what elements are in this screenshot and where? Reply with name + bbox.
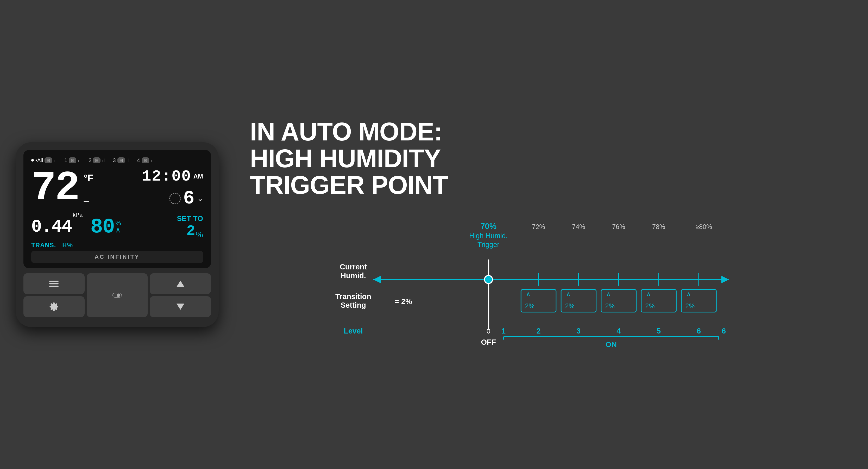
settings-button[interactable] [24, 296, 85, 317]
svg-text:76%: 76% [612, 223, 625, 230]
svg-text:2%: 2% [565, 302, 575, 310]
svg-point-4 [117, 293, 120, 297]
set-to-section: SET TO 2 % [177, 214, 203, 239]
target-circle [169, 193, 181, 204]
pressure-value: 0.44 [31, 217, 71, 237]
controller-device: •All ⑁ 1 ⑁ 2 ⑁ 3 ⑁ [16, 142, 219, 327]
pct-symbol: % [115, 220, 121, 227]
chevron-down-icon: ⌄ [197, 194, 203, 203]
trigger-label1: High Humid. [469, 232, 508, 240]
labels-row: TRANS. H% [31, 241, 203, 249]
svg-text:74%: 74% [572, 223, 585, 230]
svg-text:Transition: Transition [335, 292, 371, 301]
set-to-pct: % [196, 230, 203, 239]
zone-1[interactable]: 1 ⑁ [64, 157, 81, 164]
svg-text:2%: 2% [645, 302, 654, 310]
svg-text:3: 3 [577, 327, 581, 335]
trigger-pct-label: 70% [480, 222, 496, 231]
brand-name: AC INFINITY [94, 254, 140, 260]
svg-text:78%: 78% [652, 223, 665, 230]
zone-3-fan-icon: ⑁ [127, 158, 129, 163]
svg-point-22 [485, 276, 493, 284]
level-section: 6 ⌄ [169, 188, 203, 209]
brand-bar: AC INFINITY [31, 251, 203, 263]
title-line2: HIGH HUMIDITY [250, 145, 847, 172]
zone-all-fan-icon: ⑁ [54, 158, 57, 163]
humidity-row: 0.44 kPa 80 % ∧ SET TO 2 % [31, 214, 203, 239]
info-title: IN AUTO MODE: HIGH HUMIDITY TRIGGER POIN… [250, 118, 847, 199]
toggle-button[interactable] [87, 273, 148, 317]
menu-button[interactable] [24, 273, 85, 294]
right-top-section: 12:00 AM 6 ⌄ [142, 168, 203, 209]
temp-unit-section: °F _ [84, 168, 93, 202]
svg-text:Level: Level [344, 327, 363, 335]
up-button[interactable] [150, 273, 211, 294]
set-to-label: SET TO [177, 214, 203, 223]
svg-text:∧: ∧ [526, 291, 531, 298]
svg-text:2%: 2% [525, 302, 534, 310]
svg-text:OFF: OFF [481, 338, 496, 346]
svg-marker-15 [721, 276, 729, 284]
kpa-label: kPa [73, 211, 83, 218]
time-ampm: AM [193, 173, 203, 180]
svg-text:1: 1 [501, 327, 505, 335]
controller-section: •All ⑁ 1 ⑁ 2 ⑁ 3 ⑁ [0, 0, 234, 469]
svg-rect-2 [49, 286, 59, 287]
settings-icon [49, 302, 59, 311]
up-arrow-icon [176, 279, 185, 288]
temp-unit: °F [84, 173, 93, 184]
svg-text:2%: 2% [685, 302, 694, 310]
zone-all-link-icon [44, 157, 52, 164]
humidity-pct-display: 80 [90, 216, 114, 237]
svg-text:5: 5 [657, 327, 661, 335]
diagram-container: 70% High Humid. Trigger 72% 74% 76% 78% … [250, 219, 847, 351]
zone-4[interactable]: 4 ⑁ [137, 157, 154, 164]
zone-4-fan-icon: ⑁ [151, 158, 154, 163]
set-to-value: 2 [186, 223, 195, 239]
zone-2[interactable]: 2 ⑁ [89, 157, 105, 164]
svg-text:72%: 72% [532, 223, 545, 230]
down-arrow-icon [176, 302, 185, 311]
controller-screen: •All ⑁ 1 ⑁ 2 ⑁ 3 ⑁ [24, 150, 211, 268]
info-section: IN AUTO MODE: HIGH HUMIDITY TRIGGER POIN… [234, 0, 868, 469]
svg-text:Current: Current [340, 263, 367, 271]
down-button[interactable] [150, 296, 211, 317]
buttons-section [24, 271, 211, 319]
svg-text:∧: ∧ [606, 291, 611, 298]
svg-text:4: 4 [617, 327, 621, 335]
zone-3-link-icon [117, 157, 125, 164]
svg-text:∧: ∧ [566, 291, 571, 298]
time-display: 12:00 AM [142, 168, 203, 185]
main-display: 72 °F _ 12:00 AM 6 ⌄ [31, 168, 203, 209]
menu-icon [49, 279, 59, 288]
svg-text:Humid.: Humid. [341, 271, 366, 280]
svg-text:Setting: Setting [341, 301, 366, 310]
svg-marker-13 [373, 276, 381, 284]
svg-text:6: 6 [722, 327, 726, 335]
time-digits: 12:00 [142, 168, 191, 185]
title-line3: TRIGGER POINT [250, 172, 847, 199]
svg-text:≥80%: ≥80% [695, 223, 712, 230]
up-arrow-icon[interactable]: ∧ [115, 227, 121, 234]
trigger-label2: Trigger [477, 241, 499, 248]
zone-1-link-icon [69, 157, 76, 164]
temperature-display: 72 [31, 168, 79, 209]
hpct-label: H% [62, 241, 73, 249]
zone-4-link-icon [142, 157, 149, 164]
zone-2-link-icon [93, 157, 100, 164]
zone-all[interactable]: •All ⑁ [31, 157, 57, 164]
zone-3[interactable]: 3 ⑁ [113, 157, 129, 164]
svg-text:2: 2 [536, 327, 541, 335]
level-number: 6 [183, 188, 194, 209]
trans-label: TRANS. [31, 241, 56, 249]
zone-2-fan-icon: ⑁ [102, 158, 105, 163]
svg-text:∧: ∧ [686, 291, 691, 298]
svg-text:2%: 2% [605, 302, 615, 310]
svg-text:0: 0 [487, 327, 491, 335]
diagram-svg: 70% High Humid. Trigger 72% 74% 76% 78% … [250, 219, 847, 350]
toggle-icon [113, 291, 122, 300]
zone-1-fan-icon: ⑁ [78, 158, 81, 163]
svg-rect-1 [49, 283, 59, 284]
svg-text:∧: ∧ [646, 291, 651, 298]
svg-text:= 2%: = 2% [395, 297, 412, 305]
